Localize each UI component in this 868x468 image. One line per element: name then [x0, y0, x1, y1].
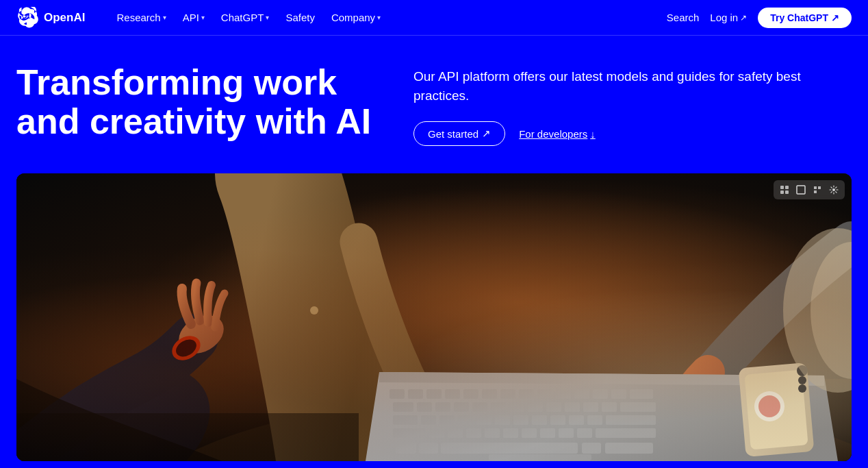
svg-rect-25 — [445, 389, 460, 399]
svg-rect-64 — [466, 428, 481, 438]
svg-rect-76 — [605, 443, 653, 454]
svg-rect-24 — [426, 389, 442, 399]
svg-point-81 — [758, 395, 780, 417]
svg-rect-68 — [540, 428, 555, 438]
get-started-button[interactable]: Get started ↗ — [413, 121, 505, 146]
svg-rect-33 — [593, 389, 608, 399]
svg-rect-36 — [393, 402, 413, 412]
svg-rect-65 — [485, 428, 500, 438]
hero-description: Our API platform offers our latest model… — [413, 67, 810, 105]
nav-safety[interactable]: Safety — [279, 8, 322, 27]
svg-rect-1 — [785, 186, 789, 189]
svg-point-5 — [832, 188, 835, 191]
svg-rect-27 — [482, 389, 497, 399]
svg-rect-3 — [785, 190, 789, 194]
svg-rect-2 — [780, 190, 784, 194]
svg-rect-26 — [463, 389, 478, 399]
svg-rect-59 — [587, 415, 602, 425]
svg-rect-46 — [583, 402, 598, 412]
svg-rect-70 — [577, 428, 592, 438]
svg-rect-37 — [417, 402, 432, 412]
main-navigation: OpenAI Research ▾ API ▾ ChatGPT ▾ Safety… — [0, 0, 868, 36]
image-toolbar — [774, 180, 845, 199]
arrow-down-icon: ↓ — [590, 128, 596, 140]
svg-rect-58 — [569, 415, 584, 425]
svg-rect-23 — [408, 389, 423, 399]
nav-links: Research ▾ API ▾ ChatGPT ▾ Safety Compan… — [110, 8, 666, 27]
toolbar-btn-3[interactable] — [810, 183, 824, 197]
svg-rect-77 — [489, 454, 591, 460]
svg-rect-44 — [546, 402, 561, 412]
nav-api[interactable]: API ▾ — [176, 8, 212, 27]
svg-rect-69 — [559, 428, 574, 438]
svg-rect-35 — [630, 389, 653, 399]
hero-left: Transforming work and creativity with AI — [16, 63, 386, 141]
toolbar-btn-2[interactable] — [794, 183, 808, 197]
nav-company[interactable]: Company ▾ — [324, 8, 387, 27]
search-button[interactable]: Search — [667, 12, 700, 23]
svg-rect-71 — [596, 428, 656, 438]
svg-rect-72 — [441, 443, 578, 454]
svg-rect-34 — [611, 389, 626, 399]
svg-rect-60 — [606, 415, 656, 425]
hero-cta: Get started ↗ For developers ↓ — [413, 121, 810, 146]
logo-wordmark: OpenAI — [44, 11, 85, 25]
hero-image-section — [16, 173, 852, 461]
svg-rect-61 — [393, 428, 426, 438]
external-link-icon: ↗ — [740, 13, 747, 23]
svg-rect-50 — [421, 415, 436, 425]
hero-section: Transforming work and creativity with AI… — [0, 36, 868, 173]
svg-rect-29 — [519, 389, 534, 399]
chevron-down-icon: ▾ — [201, 14, 205, 21]
nav-research[interactable]: Research ▾ — [110, 8, 173, 27]
svg-point-83 — [798, 376, 806, 384]
hero-title: Transforming work and creativity with AI — [16, 63, 386, 141]
svg-rect-42 — [509, 402, 524, 412]
try-chatgpt-button[interactable]: Try ChatGPT ↗ — [758, 8, 852, 28]
svg-rect-62 — [429, 428, 444, 438]
svg-rect-67 — [522, 428, 537, 438]
svg-rect-47 — [602, 402, 617, 412]
login-button[interactable]: Log in ↗ — [710, 12, 747, 23]
chevron-down-icon: ▾ — [163, 14, 166, 21]
svg-rect-49 — [393, 415, 418, 425]
svg-rect-53 — [476, 415, 492, 425]
nav-chatgpt[interactable]: ChatGPT ▾ — [214, 8, 277, 27]
arrow-icon: ↗ — [831, 12, 839, 23]
svg-rect-73 — [396, 443, 416, 454]
svg-rect-28 — [500, 389, 515, 399]
svg-rect-45 — [565, 402, 580, 412]
svg-rect-48 — [620, 402, 656, 412]
arrow-icon: ↗ — [482, 127, 491, 140]
svg-rect-63 — [448, 428, 463, 438]
svg-point-84 — [798, 384, 806, 393]
svg-rect-39 — [454, 402, 469, 412]
openai-logo[interactable]: OpenAI — [16, 7, 85, 29]
svg-rect-74 — [419, 443, 438, 454]
svg-rect-51 — [439, 415, 455, 425]
svg-point-16 — [310, 306, 318, 315]
settings-icon[interactable] — [827, 183, 841, 197]
svg-rect-54 — [495, 415, 510, 425]
svg-rect-41 — [491, 402, 506, 412]
svg-rect-0 — [780, 186, 784, 189]
svg-rect-32 — [574, 389, 589, 399]
hero-image — [16, 173, 852, 461]
svg-rect-57 — [550, 415, 565, 425]
svg-rect-4 — [797, 186, 805, 194]
chevron-down-icon: ▾ — [266, 14, 269, 21]
chevron-down-icon: ▾ — [377, 14, 381, 21]
svg-rect-43 — [528, 402, 543, 412]
svg-rect-31 — [556, 389, 571, 399]
for-developers-button[interactable]: For developers ↓ — [519, 128, 596, 140]
svg-rect-52 — [458, 415, 473, 425]
svg-rect-75 — [582, 443, 601, 454]
toolbar-btn-1[interactable] — [778, 183, 791, 197]
svg-rect-30 — [537, 389, 552, 399]
svg-rect-55 — [513, 415, 528, 425]
svg-rect-22 — [390, 389, 405, 399]
hero-right: Our API platform offers our latest model… — [413, 63, 810, 146]
svg-rect-56 — [532, 415, 547, 425]
svg-rect-40 — [472, 402, 487, 412]
nav-actions: Search Log in ↗ Try ChatGPT ↗ — [667, 8, 852, 28]
